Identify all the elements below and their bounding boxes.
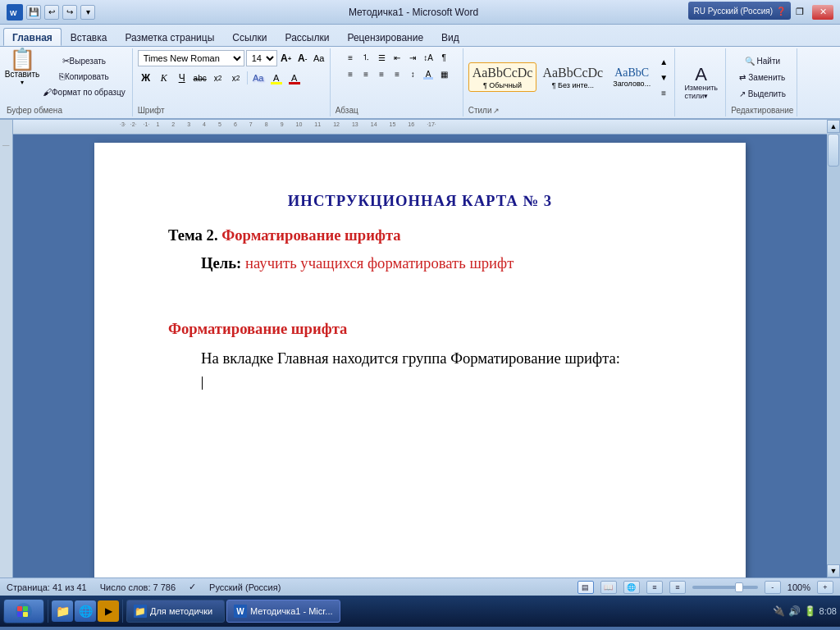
- document-paragraph1: На вкладке Главная находится группа Форм…: [201, 349, 672, 368]
- document-page[interactable]: ИНСТРУКЦИОННАЯ КАРТА № 3 Тема 2. Формати…: [94, 143, 746, 578]
- change-case-btn[interactable]: Аа: [312, 51, 326, 66]
- font-color-button[interactable]: А: [286, 70, 303, 86]
- tab-review[interactable]: Рецензирование: [338, 28, 432, 46]
- underline-button[interactable]: Ч: [174, 70, 190, 86]
- zoom-in-btn[interactable]: +: [817, 581, 833, 594]
- page-container[interactable]: ИНСТРУКЦИОННАЯ КАРТА № 3 Тема 2. Формати…: [13, 135, 827, 578]
- numbering-btn[interactable]: ⒈: [358, 50, 373, 65]
- zoom-out-btn[interactable]: -: [765, 581, 781, 594]
- tab-view[interactable]: Вид: [432, 28, 468, 46]
- zoom-level: 100%: [788, 582, 810, 592]
- font-name-select[interactable]: Times New Roman: [138, 50, 244, 66]
- style-no-spacing[interactable]: AaBbCcDc ¶ Без инте...: [538, 62, 607, 91]
- copy-button[interactable]: ⎘ Копировать: [39, 69, 129, 84]
- change-styles-button[interactable]: Α Изменитьстили▾: [680, 63, 722, 103]
- editing-label: Редактирование: [731, 106, 793, 115]
- scroll-thumb[interactable]: [828, 134, 839, 167]
- superscript-button[interactable]: x2: [228, 70, 244, 86]
- bold-button[interactable]: Ж: [138, 70, 154, 86]
- help-icon[interactable]: ❓: [776, 7, 786, 16]
- tab-references[interactable]: Ссылки: [223, 28, 276, 46]
- vertical-scrollbar: ▲ ▼: [827, 120, 840, 578]
- italic-button[interactable]: К: [156, 70, 172, 86]
- styles-up-btn[interactable]: ▲: [656, 54, 671, 69]
- decrease-font-btn[interactable]: A-: [295, 51, 310, 66]
- language-bar[interactable]: RU Русский (Россия) ❓: [688, 2, 791, 20]
- document-theme: Тема 2. Форматирование шрифта: [168, 226, 672, 244]
- titlebar-left: W 💾 ↩ ↪ ▾: [7, 4, 95, 21]
- outline-view-btn[interactable]: ≡: [646, 581, 663, 594]
- strikethrough-button[interactable]: abc: [192, 70, 208, 86]
- taskbar-icon3[interactable]: ▶: [98, 600, 119, 622]
- subscript-button[interactable]: x2: [210, 70, 226, 86]
- find-button[interactable]: 🔍 Найти: [742, 53, 784, 68]
- align-right-btn[interactable]: ≡: [374, 66, 389, 81]
- decrease-indent-btn[interactable]: ⇤: [390, 50, 404, 65]
- increase-indent-btn[interactable]: ⇥: [405, 50, 420, 65]
- change-styles-group: Α Изменитьстили▾: [677, 48, 726, 116]
- sort-btn[interactable]: ↕A: [421, 50, 436, 65]
- theme-label: Тема 2.: [168, 226, 218, 244]
- paste-icon: 📋: [9, 48, 35, 70]
- restore-button[interactable]: ❐: [789, 5, 810, 20]
- volume-tray-icon[interactable]: 🔊: [788, 605, 801, 618]
- tab-layout[interactable]: Разметка страницы: [116, 28, 223, 46]
- select-button[interactable]: ↗ Выделить: [736, 86, 789, 101]
- multilevel-btn[interactable]: ☰: [374, 50, 389, 65]
- print-view-btn[interactable]: ▤: [578, 581, 594, 594]
- align-left-btn[interactable]: ≡: [343, 66, 358, 81]
- taskbar-icon2[interactable]: 🌐: [75, 600, 96, 622]
- tab-mailings[interactable]: Рассылки: [276, 28, 339, 46]
- document-cursor-line[interactable]: [201, 372, 672, 390]
- redo-quick-btn[interactable]: ↪: [62, 5, 77, 20]
- styles-expand-icon[interactable]: ↗: [493, 107, 500, 115]
- format-paint-button[interactable]: 🖌 Формат по образцу: [39, 84, 129, 99]
- increase-font-btn[interactable]: A+: [279, 51, 294, 66]
- network-tray-icon: 🔌: [773, 605, 785, 618]
- style-normal[interactable]: AaBbCcDc ¶ Обычный: [468, 62, 537, 91]
- text-effects-button[interactable]: Аа: [250, 70, 267, 86]
- replace-button[interactable]: ⇄ Заменить: [736, 70, 788, 84]
- system-clock: 8:08: [819, 606, 837, 616]
- align-center-btn[interactable]: ≡: [358, 66, 373, 81]
- paste-label: Вставить: [5, 70, 39, 79]
- replace-label: Заменить: [748, 73, 785, 82]
- battery-tray-icon: 🔋: [804, 605, 816, 618]
- style-heading1[interactable]: AaBbC Заголово...: [609, 64, 655, 91]
- customize-quick-btn[interactable]: ▾: [80, 5, 95, 20]
- tab-insert[interactable]: Вставка: [62, 28, 116, 46]
- paste-dropdown-icon[interactable]: ▾: [21, 79, 24, 86]
- scroll-up-btn[interactable]: ▲: [827, 120, 840, 133]
- save-quick-btn[interactable]: 💾: [26, 5, 41, 20]
- zoom-slider[interactable]: [692, 586, 758, 589]
- cut-button[interactable]: ✂ Вырезать: [39, 53, 129, 68]
- goal-text: научить учащихся форматировать шрифт: [241, 254, 514, 272]
- tab-home[interactable]: Главная: [3, 28, 62, 46]
- taskbar-folder-button[interactable]: 📁 Для методички: [126, 600, 225, 623]
- zoom-thumb[interactable]: [735, 582, 743, 592]
- paste-button[interactable]: 📋 Вставить ▾: [7, 50, 38, 84]
- taskbar-icon1[interactable]: 📁: [52, 600, 73, 622]
- bullets-btn[interactable]: ≡: [343, 50, 358, 65]
- full-read-btn[interactable]: 📖: [600, 581, 617, 594]
- styles-down-btn[interactable]: ▼: [656, 70, 671, 84]
- line-spacing-btn[interactable]: ↕: [405, 66, 420, 81]
- undo-quick-btn[interactable]: ↩: [44, 5, 59, 20]
- border-btn[interactable]: ▦: [436, 66, 451, 81]
- start-button[interactable]: [3, 599, 44, 623]
- web-view-btn[interactable]: 🌐: [623, 581, 640, 594]
- show-formatting-btn[interactable]: ¶: [436, 50, 451, 65]
- shading-btn[interactable]: A: [421, 66, 436, 81]
- taskbar-word-button[interactable]: W Методичка1 - Micr...: [226, 600, 340, 623]
- styles-more-btn[interactable]: ≡: [656, 85, 671, 100]
- font-size-select[interactable]: 14: [246, 50, 277, 66]
- document-section: Форматирование шрифта: [168, 320, 672, 338]
- draft-view-btn[interactable]: ≡: [669, 581, 686, 594]
- highlight-color-button[interactable]: А: [268, 70, 285, 86]
- horizontal-ruler: ·3· ·2· ·1· 1 2 3 4 5 6 7 8 9 10 11 12 1…: [13, 120, 827, 135]
- justify-btn[interactable]: ≡: [390, 66, 404, 81]
- scroll-down-btn[interactable]: ▼: [827, 564, 840, 578]
- language-status[interactable]: Русский (Россия): [209, 582, 281, 592]
- select-icon: ↗: [739, 89, 746, 98]
- close-button[interactable]: ✕: [812, 5, 833, 20]
